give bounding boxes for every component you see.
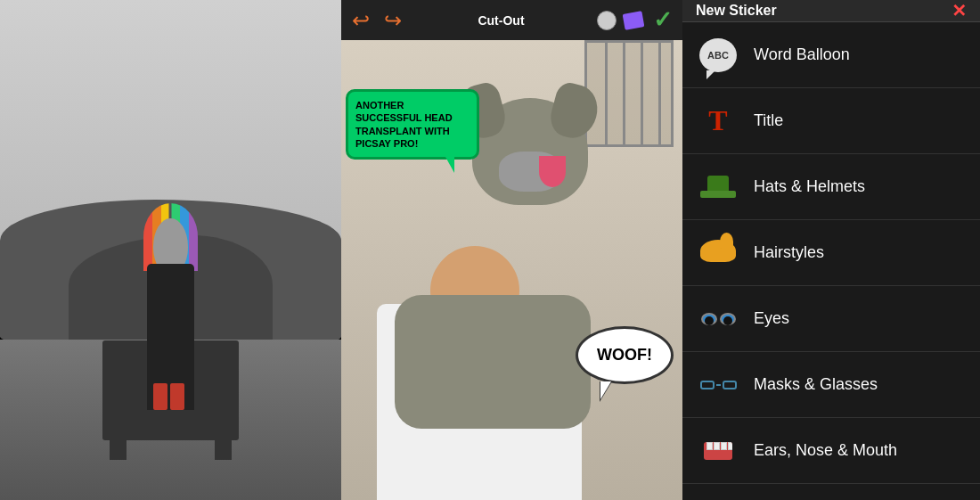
left-panel bbox=[0, 0, 341, 500]
hair-blob bbox=[700, 240, 736, 262]
hair-icon bbox=[700, 240, 736, 266]
glasses-frame-left bbox=[700, 381, 715, 389]
beard-icon-area bbox=[696, 495, 740, 501]
toolbar-label: Cut-Out bbox=[412, 13, 590, 28]
eye-left bbox=[701, 313, 717, 325]
toolbar-circle[interactable] bbox=[597, 11, 617, 30]
close-button[interactable]: ✕ bbox=[951, 0, 967, 21]
title-icon: T bbox=[708, 104, 727, 137]
menu-item-title[interactable]: T Title bbox=[682, 88, 980, 154]
teeth bbox=[706, 442, 732, 450]
pupil-right bbox=[723, 316, 732, 325]
hat-top bbox=[707, 176, 729, 192]
eye-right bbox=[720, 313, 736, 325]
tooth-4 bbox=[728, 442, 733, 450]
word-balloon-icon-area: ABC bbox=[696, 33, 740, 78]
middle-panel: ↩ ↪ Cut-Out ✓ ANOTHER SUCCESSFUL HEAD TR… bbox=[341, 0, 682, 500]
hairstyles-label: Hairstyles bbox=[754, 243, 824, 262]
speech-bubble-woof: WOOF! bbox=[576, 326, 674, 384]
pupil-left bbox=[705, 316, 714, 325]
glasses-frame-right bbox=[723, 381, 737, 389]
middle-photo: ANOTHER SUCCESSFUL HEAD TRANSPLANT WITH … bbox=[341, 40, 682, 500]
dog-head bbox=[472, 98, 588, 205]
glasses-icon-area bbox=[696, 363, 740, 407]
word-balloon-label: Word Balloon bbox=[754, 45, 850, 64]
confirm-button[interactable]: ✓ bbox=[650, 8, 675, 33]
hair-tuft bbox=[720, 233, 733, 250]
eraser-button[interactable] bbox=[623, 11, 645, 30]
undo-button[interactable]: ↩ bbox=[348, 8, 373, 33]
menu-item-word-balloon[interactable]: ABC Word Balloon bbox=[682, 22, 980, 88]
mouth-shape bbox=[704, 442, 732, 460]
bench-leg-left bbox=[110, 400, 127, 460]
menu-item-glasses[interactable]: Masks & Glasses bbox=[682, 352, 980, 418]
mouth-icon bbox=[700, 438, 736, 464]
hat-brim bbox=[700, 191, 736, 198]
hat-icon-area bbox=[696, 165, 740, 209]
menu-item-hairstyles[interactable]: Hairstyles bbox=[682, 220, 980, 286]
tooth-1 bbox=[706, 442, 713, 450]
boot-right bbox=[170, 383, 184, 410]
hair-icon-area bbox=[696, 231, 740, 275]
hats-label: Hats & Helmets bbox=[754, 177, 865, 196]
boot-left bbox=[153, 383, 167, 410]
middle-toolbar: ↩ ↪ Cut-Out ✓ bbox=[341, 0, 682, 40]
menu-item-eyes[interactable]: Eyes bbox=[682, 286, 980, 352]
person-figure bbox=[136, 185, 205, 410]
mouth-label: Ears, Nose & Mouth bbox=[754, 441, 897, 460]
tooth-2 bbox=[714, 442, 720, 450]
word-balloon-icon: ABC bbox=[699, 38, 737, 72]
eyes-icon bbox=[701, 313, 736, 325]
right-panel: New Sticker ✕ ABC Word Balloon T Title bbox=[682, 0, 980, 500]
right-panel-title: New Sticker bbox=[696, 3, 777, 19]
speech-bubble-green: ANOTHER SUCCESSFUL HEAD TRANSPLANT WITH … bbox=[346, 89, 479, 160]
redo-button[interactable]: ↪ bbox=[380, 8, 405, 33]
sticker-menu-list: ABC Word Balloon T Title Hats & Helmets bbox=[682, 22, 980, 500]
umbrella-seg-red bbox=[143, 203, 152, 271]
bench-leg-right bbox=[215, 400, 232, 460]
glasses-label: Masks & Glasses bbox=[754, 375, 878, 394]
cage-bar-4 bbox=[658, 43, 661, 144]
title-label: Title bbox=[754, 111, 783, 130]
dog-muzzle bbox=[499, 152, 561, 192]
menu-item-mouth[interactable]: Ears, Nose & Mouth bbox=[682, 418, 980, 484]
dog-tongue bbox=[539, 156, 566, 187]
right-header: New Sticker ✕ bbox=[682, 0, 980, 22]
menu-item-beard[interactable]: Beards & Moustaches bbox=[682, 484, 980, 500]
hat-icon bbox=[700, 176, 736, 198]
mouth-icon-area bbox=[696, 429, 740, 473]
eyes-icon-area bbox=[696, 297, 740, 341]
eyes-label: Eyes bbox=[754, 309, 789, 328]
umbrella-seg-purple bbox=[189, 203, 198, 271]
glasses-icon bbox=[700, 381, 737, 389]
title-icon-area: T bbox=[696, 99, 740, 143]
tooth-3 bbox=[721, 442, 727, 450]
dog-ear-right bbox=[546, 80, 603, 143]
cage-bar-3 bbox=[641, 43, 643, 144]
dog-body bbox=[395, 295, 591, 429]
glasses-bridge bbox=[716, 384, 721, 386]
menu-item-hats[interactable]: Hats & Helmets bbox=[682, 154, 980, 220]
cage-bar-2 bbox=[623, 43, 625, 144]
